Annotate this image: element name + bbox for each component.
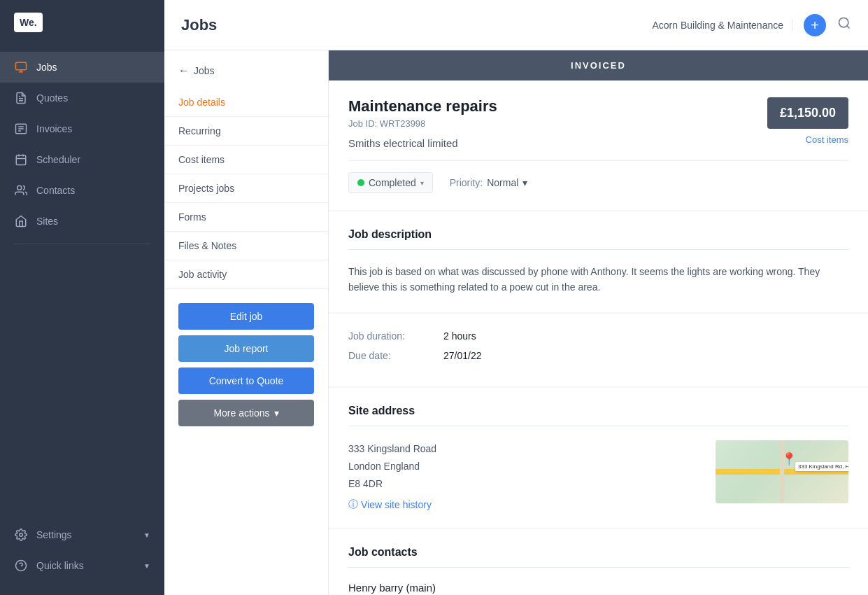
svg-point-12 xyxy=(20,533,23,537)
description-text: This job is based on what was discussed … xyxy=(348,264,848,295)
address-line-3: E8 4DR xyxy=(348,475,702,493)
sidebar-item-settings[interactable]: Settings ▼ xyxy=(0,519,164,550)
due-date-value: 27/01/22 xyxy=(443,350,482,361)
sidebar-item-sites-label: Sites xyxy=(36,216,58,227)
job-info: Maintenance repairs Job ID: WRT23998 Smi… xyxy=(348,97,497,149)
back-arrow-icon: ← xyxy=(178,64,190,77)
company-name: Acorn Building & Maintenance xyxy=(652,20,792,31)
header: Jobs Acorn Building & Maintenance + xyxy=(164,0,868,50)
back-to-jobs[interactable]: ← Jobs xyxy=(164,64,328,88)
quick-links-arrow-icon: ▼ xyxy=(143,562,150,570)
menu-item-recurring[interactable]: Recurring xyxy=(164,117,328,146)
quick-links-icon xyxy=(14,559,28,573)
menu-item-projects-jobs[interactable]: Projects jobs xyxy=(164,174,328,203)
priority-chevron-icon: ▾ xyxy=(522,177,527,188)
svg-point-11 xyxy=(17,186,22,190)
view-site-history-link[interactable]: ⓘ View site history xyxy=(348,498,702,511)
svg-rect-0 xyxy=(16,62,27,70)
main-area: Jobs Acorn Building & Maintenance + ← Jo… xyxy=(164,0,868,595)
details-card: Job duration: 2 hours Due date: 27/01/22 xyxy=(329,314,868,386)
add-button[interactable]: + xyxy=(804,14,826,36)
priority-label: Priority: xyxy=(450,177,483,188)
address-line-2: London England xyxy=(348,458,702,475)
job-header: Maintenance repairs Job ID: WRT23998 Smi… xyxy=(348,97,848,149)
more-actions-label: More actions xyxy=(213,407,269,419)
search-button[interactable] xyxy=(837,16,851,34)
map-road-vertical xyxy=(780,440,784,503)
svg-rect-7 xyxy=(16,155,26,165)
contacts-icon xyxy=(14,183,28,197)
sidebar-divider xyxy=(14,244,150,244)
sidebar-item-scheduler[interactable]: Scheduler xyxy=(0,144,164,175)
menu-item-job-details[interactable]: Job details xyxy=(164,88,328,117)
job-contacts-card: Job contacts Henry barry (main) 0203 123… xyxy=(329,529,868,595)
more-actions-button[interactable]: More actions ▾ xyxy=(178,400,314,426)
svg-line-16 xyxy=(847,26,850,29)
sidebar-item-jobs[interactable]: Jobs xyxy=(0,52,164,83)
sidebar-item-contacts-label: Contacts xyxy=(36,185,75,196)
sidebar-item-invoices[interactable]: Invoices xyxy=(0,113,164,144)
priority-value: Normal xyxy=(487,177,518,188)
more-actions-chevron-icon: ▾ xyxy=(274,407,279,419)
sidebar-bottom: Settings ▼ Quick links ▼ xyxy=(0,512,164,595)
sidebar-item-sites[interactable]: Sites xyxy=(0,206,164,237)
sidebar-settings-label: Settings xyxy=(36,529,72,540)
job-header-card: Maintenance repairs Job ID: WRT23998 Smi… xyxy=(329,80,868,210)
status-row: Completed ▾ Priority: Normal ▾ xyxy=(348,160,848,193)
address-line-1: 333 Kingsland Road xyxy=(348,440,702,458)
due-date-row: Due date: 27/01/22 xyxy=(348,350,848,361)
job-title: Maintenance repairs xyxy=(348,97,497,115)
status-dot xyxy=(357,179,364,186)
map-thumbnail[interactable]: 📍 333 Kingsland Rd, Haggerston, London..… xyxy=(716,440,848,503)
scheduler-icon xyxy=(14,153,28,167)
convert-to-quote-button[interactable]: Convert to Quote xyxy=(178,368,314,394)
site-address-card: Site address 333 Kingsland Road London E… xyxy=(329,388,868,528)
status-chevron-icon: ▾ xyxy=(420,179,424,187)
priority-dropdown[interactable]: Priority: Normal ▾ xyxy=(450,177,528,188)
job-report-button[interactable]: Job report xyxy=(178,335,314,362)
back-label: Jobs xyxy=(194,65,215,76)
contacts-divider xyxy=(348,567,848,568)
edit-job-button[interactable]: Edit job xyxy=(178,303,314,330)
job-company: Smiths electrical limited xyxy=(348,137,497,149)
address-divider xyxy=(348,426,848,426)
address-text: 333 Kingsland Road London England E8 4DR… xyxy=(348,440,702,512)
job-id: Job ID: WRT23998 xyxy=(348,118,497,129)
map-pin-icon: 📍 xyxy=(781,451,797,467)
menu-item-cost-items[interactable]: Cost items xyxy=(164,146,328,174)
duration-row: Job duration: 2 hours xyxy=(348,330,848,342)
logo-area: We. xyxy=(0,0,164,45)
menu-item-forms[interactable]: Forms xyxy=(164,203,328,232)
status-label: Completed xyxy=(369,177,416,188)
sidebar-item-invoices-label: Invoices xyxy=(36,123,72,134)
contacts-title: Job contacts xyxy=(348,546,848,559)
description-title: Job description xyxy=(348,228,848,241)
page-title: Jobs xyxy=(181,16,641,34)
description-divider xyxy=(348,249,848,250)
job-id-label: Job ID: xyxy=(348,118,377,129)
menu-item-job-activity[interactable]: Job activity xyxy=(164,260,328,289)
sidebar-item-quotes-label: Quotes xyxy=(36,92,68,104)
duration-value: 2 hours xyxy=(443,330,476,342)
price-amount: £1,150.00 xyxy=(767,97,848,129)
sidebar-item-quotes[interactable]: Quotes xyxy=(0,83,164,113)
left-panel: ← Jobs Job details Recurring Cost items … xyxy=(164,50,329,595)
menu-item-files-notes[interactable]: Files & Notes xyxy=(164,232,328,260)
due-date-label: Due date: xyxy=(348,350,432,361)
cost-items-link[interactable]: Cost items xyxy=(767,134,848,145)
sidebar-item-contacts[interactable]: Contacts xyxy=(0,175,164,206)
description-card: Job description This job is based on wha… xyxy=(329,211,868,312)
sidebar: We. Jobs Quotes Invoices Scheduler xyxy=(0,0,164,595)
price-block: £1,150.00 Cost items xyxy=(767,97,848,145)
map-label: 333 Kingsland Rd, Haggerston, London... xyxy=(795,462,848,471)
content-area: ← Jobs Job details Recurring Cost items … xyxy=(164,50,868,595)
job-id-value: WRT23998 xyxy=(380,118,426,129)
view-history-label: View site history xyxy=(361,499,432,510)
invoices-icon xyxy=(14,122,28,136)
status-dropdown[interactable]: Completed ▾ xyxy=(348,172,433,193)
sites-icon xyxy=(14,214,28,228)
jobs-icon xyxy=(14,60,28,74)
sidebar-item-jobs-label: Jobs xyxy=(36,62,57,73)
main-nav: Jobs Quotes Invoices Scheduler Contacts xyxy=(0,45,164,512)
sidebar-item-quick-links[interactable]: Quick links ▼ xyxy=(0,550,164,581)
